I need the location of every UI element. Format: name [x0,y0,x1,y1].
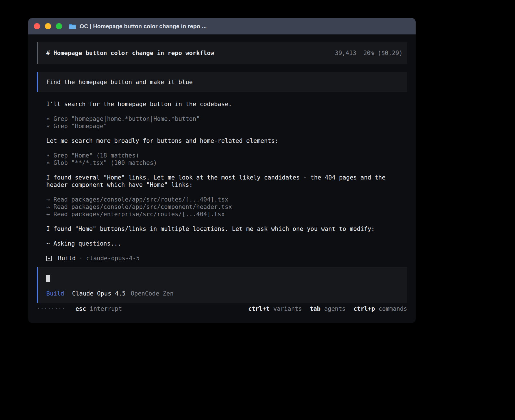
assistant-text-intro: I'll search for the homepage button in t… [46,100,407,108]
tool-call-grep: ∗ Grep "Home" (18 matches) [46,152,407,159]
tool-call-read: → Read packages/console/app/src/routes/[… [46,196,407,203]
context-cost: 20% ($0.29) [363,50,403,56]
spinner-dots: ········ [37,305,65,312]
agent-badge: Build · claude-opus-4-5 [46,255,407,262]
status-bar-left: ········ esc interrupt [37,305,122,312]
agent-icon [46,256,52,261]
assistant-response: I'll search for the homepage button in t… [37,92,407,262]
assistant-text-candidates: I found several "Home" links. Let me loo… [46,174,407,189]
minimize-button[interactable] [45,23,51,29]
agent-separator: · [79,255,83,262]
tool-call-read: → Read packages/console/app/src/componen… [46,203,407,211]
session-header: # Homepage button color change in repo w… [37,42,407,64]
hint-key-commands: ctrl+p [353,305,375,312]
input-model[interactable]: Claude Opus 4.5 [72,290,126,297]
esc-key: esc [75,305,86,312]
input-mode-build[interactable]: Build [46,290,64,297]
tool-call-group-reads: → Read packages/console/app/src/routes/[… [46,196,407,218]
text-cursor [46,275,50,282]
tool-call-group-1: ∗ Grep "homepage|home.*button|Home.*butt… [46,115,407,130]
agent-name: Build [58,255,76,262]
user-message: Find the homepage button and make it blu… [37,72,407,92]
assistant-text-broaden: Let me search more broadly for buttons a… [46,137,407,145]
tool-call-group-2: ∗ Grep "Home" (18 matches) ∗ Glob "**/*.… [46,152,407,167]
status-bar-right: ctrl+t variants tab agents ctrl+p comman… [248,305,407,312]
prompt-input[interactable]: Build Claude Opus 4.5 OpenCode Zen [37,267,407,303]
input-provider: OpenCode Zen [131,290,174,297]
folder-icon [69,23,76,29]
user-message-text: Find the homepage button and make it blu… [46,78,193,86]
tool-call-grep: ∗ Grep "homepage|home.*button|Home.*butt… [46,115,407,123]
tool-call-glob: ∗ Glob "**/*.tsx" (100 matches) [46,159,407,167]
hint-label-agents: agents [324,305,346,312]
tool-call-grep: ∗ Grep "Homepage" [46,123,407,130]
window-title: OC | Homepage button color change in rep… [80,23,207,30]
hint-key-agents: tab [310,305,320,312]
terminal-window: OC | Homepage button color change in rep… [28,18,416,323]
hint-label-commands: commands [379,305,407,312]
esc-label: interrupt [90,305,122,312]
agent-model: claude-opus-4-5 [86,255,140,262]
session-title: # Homepage button color change in repo w… [46,50,214,56]
session-stats: 39,41320% ($0.29) [335,50,403,56]
assistant-status-asking: ~ Asking questions... [46,240,407,247]
agent-icon-dot [48,258,50,259]
terminal-content: # Homepage button color change in repo w… [28,34,416,312]
hint-key-variants: ctrl+t [248,305,270,312]
status-bar: ········ esc interrupt ctrl+t variants t… [37,305,407,312]
input-meta-bar: Build Claude Opus 4.5 OpenCode Zen [46,290,399,297]
zoom-button[interactable] [56,23,62,29]
assistant-text-ask: I found "Home" buttons/links in multiple… [46,225,407,233]
traffic-lights [34,23,62,29]
hint-label-variants: variants [273,305,302,312]
token-count: 39,413 [335,50,356,56]
window-titlebar[interactable]: OC | Homepage button color change in rep… [28,18,416,34]
close-button[interactable] [34,23,40,29]
tool-call-read: → Read packages/enterprise/src/routes/[.… [46,211,407,218]
